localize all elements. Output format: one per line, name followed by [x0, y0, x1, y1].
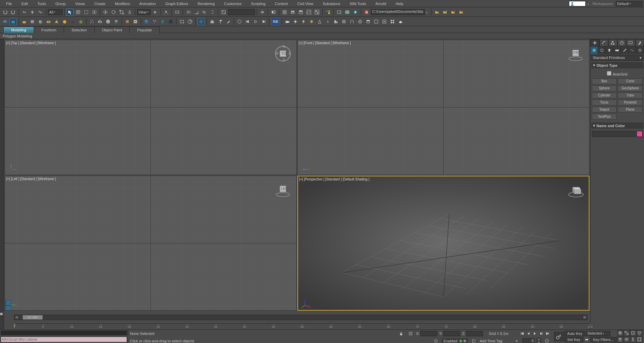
- selection-filter-dropdown[interactable]: All: [48, 9, 63, 15]
- play-button[interactable]: [532, 331, 538, 337]
- set-key-button[interactable]: Set Key: [564, 337, 583, 342]
- create-pyramid-button[interactable]: Pyramid: [618, 99, 643, 106]
- menu-sini-tools[interactable]: SiNi Tools: [345, 0, 371, 7]
- menu-create[interactable]: Create: [90, 0, 110, 7]
- wave-button[interactable]: [96, 18, 104, 25]
- menu-group[interactable]: Group: [51, 0, 70, 7]
- sun-button[interactable]: [308, 18, 315, 25]
- select-object-button[interactable]: [66, 8, 74, 16]
- cmd-tab-display[interactable]: [626, 39, 635, 47]
- viewport-layout-control[interactable]: [5, 300, 11, 311]
- ribbon-sub-label[interactable]: Polygon Modeling: [3, 34, 32, 38]
- menu-customize[interactable]: Customize: [219, 0, 246, 7]
- strip-expand-button[interactable]: ▶: [0, 311, 4, 316]
- toggle-layer-explorer-button[interactable]: [289, 8, 296, 16]
- viewcube-left[interactable]: LEFT: [275, 181, 291, 198]
- target-button[interactable]: [356, 18, 364, 25]
- building-button[interactable]: [332, 18, 340, 25]
- viewport-persp-label[interactable]: [+] [Perspective ] [Standard ] [Default …: [299, 177, 369, 181]
- z-input[interactable]: [466, 331, 483, 336]
- create-textplus-button[interactable]: TextPlus: [592, 114, 617, 120]
- bulb-button[interactable]: [300, 18, 307, 25]
- menu-content[interactable]: Content: [270, 0, 293, 7]
- goto-start-button[interactable]: [519, 331, 525, 337]
- create-cone-button[interactable]: Cone: [618, 78, 643, 84]
- time-slider-next[interactable]: >: [582, 315, 587, 320]
- stack-1-button[interactable]: [124, 18, 131, 25]
- shape-teapot-button[interactable]: [69, 18, 76, 25]
- help-button[interactable]: ?: [186, 18, 194, 25]
- rb-badge-button[interactable]: RB: [271, 18, 280, 25]
- auto-key-button[interactable]: Auto Key: [564, 331, 585, 336]
- nav-maximize-button[interactable]: [637, 337, 643, 343]
- unlink-button[interactable]: [29, 8, 36, 16]
- menu-edit[interactable]: Edit: [17, 0, 33, 7]
- nav-fov-button[interactable]: [637, 330, 643, 336]
- menu-modifiers[interactable]: Modifiers: [110, 0, 135, 7]
- viewcube-front[interactable]: FRONT: [567, 45, 584, 62]
- autogrid-checkbox[interactable]: AutoGrid: [591, 70, 643, 78]
- create-plane-button[interactable]: Plane: [618, 107, 643, 113]
- camera-button[interactable]: [284, 18, 291, 25]
- play-rect-button[interactable]: [381, 18, 388, 25]
- create-torus-button[interactable]: Torus: [592, 99, 617, 106]
- object-color-swatch[interactable]: [637, 131, 643, 137]
- pointcloud-button[interactable]: [88, 18, 96, 25]
- project-folder-1-button[interactable]: [433, 8, 441, 16]
- time-slider-thumb[interactable]: 0 / 100: [23, 315, 43, 320]
- blue-sphere-button[interactable]: [143, 18, 150, 25]
- create-teapot-button[interactable]: Teapot: [592, 107, 617, 113]
- viewcube-persp[interactable]: [567, 181, 584, 198]
- nav-walk-button[interactable]: [630, 337, 636, 343]
- menu-graph-editors[interactable]: Graph Editors: [161, 0, 193, 7]
- viewcube-top[interactable]: TOPNEWS: [275, 45, 291, 62]
- selection-lock-button[interactable]: [397, 330, 405, 337]
- render-production-button[interactable]: [352, 8, 359, 16]
- prev-frame-button[interactable]: [525, 331, 532, 337]
- menu-file[interactable]: File: [1, 0, 17, 7]
- y-input[interactable]: [443, 331, 460, 336]
- create-geometry-tab[interactable]: [590, 47, 598, 54]
- redo-button[interactable]: [9, 8, 17, 16]
- quad-button[interactable]: [389, 18, 396, 25]
- teapot-icon-button[interactable]: [397, 18, 404, 25]
- object-name-input[interactable]: [592, 131, 636, 137]
- sini-active-button[interactable]: [9, 18, 17, 25]
- arnold-toggle-button[interactable]: [197, 18, 205, 25]
- window-crossing-button[interactable]: [91, 8, 98, 16]
- create-shapes-tab[interactable]: [598, 47, 606, 54]
- sign-in-dropdown[interactable]: [586, 2, 590, 6]
- shape-pyramid-button[interactable]: [61, 18, 68, 25]
- viewport-front[interactable]: [+] [Front ] [Standard ] [Wireframe ] FR…: [297, 40, 589, 175]
- shape-box-button[interactable]: [21, 18, 28, 25]
- viewport-left[interactable]: [+] [Left ] [Standard ] [Wireframe ] LEF…: [5, 176, 297, 311]
- ribbon-tab-modeling[interactable]: Modeling: [3, 27, 34, 33]
- skip-fwd-button[interactable]: [260, 18, 267, 25]
- select-by-name-button[interactable]: [74, 8, 82, 16]
- set-key-big-button[interactable]: [554, 332, 564, 341]
- ribbon-tab-populate[interactable]: Populate: [129, 27, 159, 33]
- goto-end-button[interactable]: [545, 331, 551, 337]
- cmd-tab-hierarchy[interactable]: [608, 39, 617, 47]
- menu-animation[interactable]: Animation: [135, 0, 161, 7]
- cloth-button[interactable]: [208, 18, 216, 25]
- isolate-button[interactable]: [432, 337, 440, 343]
- render-setup-button[interactable]: [335, 8, 343, 16]
- circle-tool-button[interactable]: [236, 18, 243, 25]
- select-manipulate-button[interactable]: [162, 8, 170, 16]
- create-box-button[interactable]: Box: [592, 78, 617, 84]
- material-editor-button[interactable]: [324, 8, 332, 16]
- viewport-left-label[interactable]: [+] [Left ] [Standard ] [Wireframe ]: [6, 177, 56, 181]
- rollout-object-type-header[interactable]: ▾Object Type: [591, 62, 643, 68]
- create-cameras-tab[interactable]: [613, 47, 621, 54]
- create-category-dropdown[interactable]: Standard Primitives▾: [591, 55, 643, 61]
- snap-toggle-3-button[interactable]: 3: [185, 8, 192, 16]
- spinner-snap-button[interactable]: [209, 8, 216, 16]
- skip-back-button[interactable]: [244, 18, 251, 25]
- hammer-button[interactable]: [217, 18, 224, 25]
- nav-zoom-extents-button[interactable]: [630, 330, 636, 336]
- cmd-tab-create[interactable]: [590, 39, 600, 47]
- create-geosphere-button[interactable]: GeoSphere: [618, 85, 643, 91]
- arch-button[interactable]: [348, 18, 356, 25]
- select-scale-button[interactable]: [118, 8, 125, 16]
